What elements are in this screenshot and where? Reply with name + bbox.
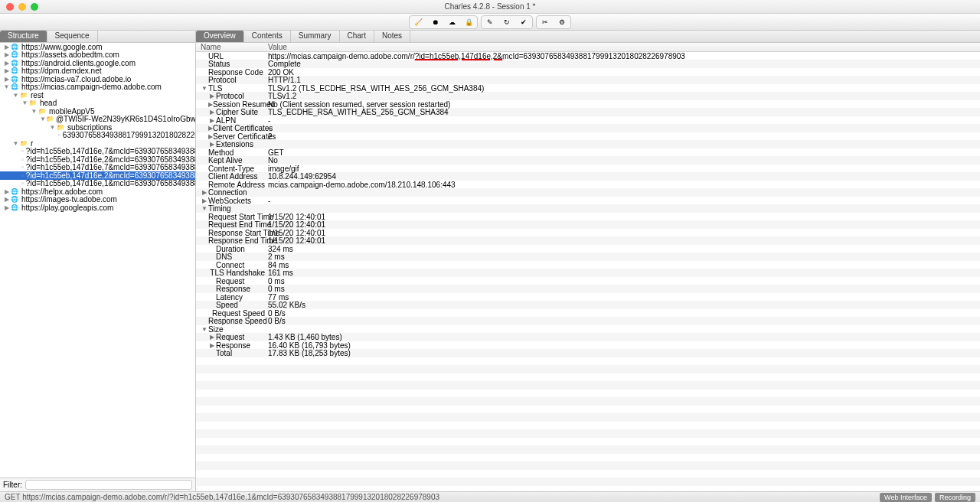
detail-row[interactable]: ▼Size <box>196 325 980 334</box>
disclosure-arrow[interactable]: ▶ <box>3 196 10 203</box>
filter-input[interactable] <box>25 480 192 490</box>
disclosure-toggle[interactable]: ▶ <box>208 342 216 349</box>
detail-row[interactable]: Remote Addressmcias.campaign-demo.adobe.… <box>196 181 980 189</box>
detail-row[interactable]: MethodGET <box>196 148 980 157</box>
tree-row[interactable]: ▶🌐https://www.google.com <box>0 43 195 51</box>
tree-row[interactable]: ▶🌐https://mcias-va7.cloud.adobe.io <box>0 75 195 83</box>
disclosure-arrow[interactable]: ▶ <box>3 76 10 83</box>
detail-row[interactable]: Duration324 ms <box>196 245 980 253</box>
detail-row[interactable]: ▶Extensions <box>196 141 980 149</box>
tree-row[interactable]: ▫?id=h1c55eb,147d16e,7&mcId=639307658349… <box>0 164 195 172</box>
disclosure-toggle[interactable]: ▼ <box>201 85 208 92</box>
tree-row[interactable]: ▶🌐https://dpm.demdex.net <box>0 67 195 76</box>
tree-row[interactable]: ▶🌐https://assets.adobedtm.com <box>0 51 195 60</box>
toolbar-button[interactable]: 🧹 <box>410 17 426 28</box>
status-button[interactable]: Web Interface <box>880 493 932 502</box>
tab-chart[interactable]: Chart <box>340 31 374 42</box>
disclosure-arrow[interactable]: ▼ <box>12 140 19 147</box>
detail-row[interactable]: ▶Cipher SuiteTLS_ECDHE_RSA_WITH_AES_256_… <box>196 109 980 117</box>
tab-overview[interactable]: Overview <box>196 31 244 42</box>
tree-row[interactable]: ▫?id=h1c55eb,147d16e,2&mcId=639307658349… <box>0 155 195 164</box>
detail-row[interactable]: Client Address10.8.244.149:62954 <box>196 173 980 181</box>
disclosure-toggle[interactable]: ▼ <box>201 205 208 212</box>
detail-row[interactable]: ▶Server Certificates2 <box>196 132 980 141</box>
detail-row[interactable]: Response End Time1/15/20 12:40:01 <box>196 237 980 246</box>
toolbar-button[interactable]: ✂ <box>537 17 553 28</box>
detail-row[interactable]: ▶Request1.43 KB (1,460 bytes) <box>196 334 980 342</box>
detail-row[interactable]: Response Code200 OK <box>196 68 980 77</box>
disclosure-arrow[interactable]: ▼ <box>31 108 38 115</box>
detail-row[interactable]: Latency77 ms <box>196 293 980 302</box>
detail-row[interactable]: Connect84 ms <box>196 261 980 269</box>
disclosure-arrow[interactable]: ▶ <box>3 44 10 51</box>
detail-row[interactable]: ▶ALPN- <box>196 116 980 125</box>
disclosure-toggle[interactable]: ▶ <box>208 109 216 116</box>
detail-row[interactable]: StatusComplete <box>196 60 980 69</box>
disclosure-arrow[interactable]: ▼ <box>3 83 10 90</box>
detail-row[interactable]: ▶Client Certificates- <box>196 125 980 133</box>
toolbar-button[interactable]: ⚙ <box>554 17 570 28</box>
detail-row[interactable]: Response Speed0 B/s <box>196 318 980 326</box>
tab-sequence[interactable]: Sequence <box>47 31 98 42</box>
disclosure-arrow[interactable]: ▶ <box>3 67 10 74</box>
tree-row[interactable]: ▶🌐https://images-tv.adobe.com <box>0 196 195 204</box>
disclosure-arrow[interactable]: ▼ <box>21 99 28 106</box>
disclosure-toggle[interactable]: ▶ <box>208 117 216 124</box>
detail-row[interactable]: Speed55.02 KB/s <box>196 302 980 310</box>
disclosure-toggle[interactable]: ▶ <box>208 93 216 99</box>
toolbar-button[interactable]: ☁ <box>444 17 459 28</box>
disclosure-arrow[interactable]: ▼ <box>49 124 56 131</box>
minimize-icon[interactable] <box>18 3 26 11</box>
toolbar-button[interactable]: ↻ <box>499 17 514 28</box>
detail-row[interactable]: Response Start Time1/15/20 12:40:01 <box>196 229 980 237</box>
tree-row[interactable]: ▼🌐https://mcias.campaign-demo.adobe.com <box>0 83 195 92</box>
tree-row[interactable]: ▫63930765834938817999132018028226978903 <box>0 132 195 140</box>
status-button[interactable]: Recording <box>935 493 975 502</box>
disclosure-arrow[interactable]: ▶ <box>3 204 10 211</box>
tab-contents[interactable]: Contents <box>244 31 291 42</box>
detail-row[interactable]: Kept AliveNo <box>196 157 980 165</box>
toolbar-button[interactable]: ⏺ <box>427 17 443 28</box>
disclosure-toggle[interactable]: ▶ <box>201 197 208 204</box>
detail-row[interactable]: ▶Connection <box>196 189 980 197</box>
detail-row[interactable]: Request Start Time1/15/20 12:40:01 <box>196 213 980 221</box>
detail-row[interactable]: Total17.83 KB (18,253 bytes) <box>196 350 980 358</box>
tab-summary[interactable]: Summary <box>291 31 340 42</box>
detail-row[interactable]: Request Speed0 B/s <box>196 309 980 318</box>
tree-row[interactable]: ▼📁head <box>0 99 195 108</box>
disclosure-toggle[interactable]: ▶ <box>201 189 208 196</box>
detail-row[interactable]: Request End Time1/15/20 12:40:01 <box>196 221 980 230</box>
detail-row[interactable]: ▶ProtocolTLSv1.2 <box>196 93 980 101</box>
zoom-icon[interactable] <box>31 3 38 11</box>
tree-row[interactable]: ▼📁mobileAppV5 <box>0 107 195 116</box>
detail-row[interactable]: Response0 ms <box>196 285 980 294</box>
toolbar-button[interactable]: ✔ <box>516 17 531 28</box>
detail-row[interactable]: ▶Session ResumedNo (Client session resum… <box>196 100 980 109</box>
detail-body[interactable]: URLhttps://mcias.campaign-demo.adobe.com… <box>196 52 980 491</box>
tree-row[interactable]: ▶🌐https://helpx.adobe.com <box>0 187 195 196</box>
disclosure-arrow[interactable]: ▶ <box>3 60 10 67</box>
tree-row[interactable]: ▫?id=h1c55eb,147d16e,1&mcId=639307658349… <box>0 180 195 188</box>
detail-row[interactable]: Request0 ms <box>196 277 980 285</box>
disclosure-toggle[interactable]: ▼ <box>201 326 208 333</box>
disclosure-arrow[interactable]: ▶ <box>3 51 10 58</box>
host-tree[interactable]: ▶🌐https://www.google.com▶🌐https://assets… <box>0 43 195 478</box>
toolbar-button[interactable]: ✎ <box>482 17 498 28</box>
disclosure-arrow[interactable]: ▼ <box>12 92 19 99</box>
detail-row[interactable]: ▼TLSTLSv1.2 (TLS_ECDHE_RSA_WITH_AES_256_… <box>196 84 980 93</box>
tree-row[interactable]: ▶🌐https://android.clients.google.com <box>0 59 195 67</box>
close-icon[interactable] <box>6 3 14 11</box>
disclosure-toggle[interactable]: ▶ <box>208 141 216 148</box>
tree-row[interactable]: ▫?id=h1c55eb,147d16e,7&mcId=639307658349… <box>0 148 195 156</box>
detail-row[interactable]: ▶Response16.40 KB (16,793 bytes) <box>196 341 980 350</box>
toolbar-button[interactable]: 🔒 <box>461 17 476 28</box>
tree-row[interactable]: ▼📁@TWI5IF-We2N39yKR6s1D4S1oIroGbwgPn8z6u… <box>0 116 195 124</box>
disclosure-arrow[interactable]: ▶ <box>3 188 10 195</box>
detail-row[interactable]: URLhttps://mcias.campaign-demo.adobe.com… <box>196 52 980 60</box>
disclosure-toggle[interactable]: ▶ <box>208 334 216 341</box>
detail-row[interactable]: ▶WebSockets- <box>196 197 980 205</box>
detail-row[interactable]: TLS Handshake161 ms <box>196 269 980 278</box>
tree-row[interactable]: ▼📁rest <box>0 91 195 99</box>
detail-row[interactable]: ProtocolHTTP/1.1 <box>196 77 980 85</box>
tree-row[interactable]: ▼📁subscriptions <box>0 123 195 132</box>
